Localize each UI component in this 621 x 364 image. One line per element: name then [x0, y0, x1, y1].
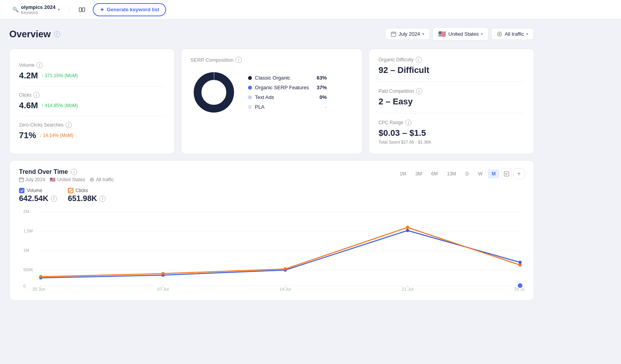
zero-value: 71% [19, 130, 36, 140]
svg-rect-2 [391, 32, 396, 36]
volume-info-icon[interactable]: i [36, 62, 43, 68]
svg-text:14 Jul: 14 Jul [279, 287, 291, 291]
svg-text:500K: 500K [23, 267, 33, 272]
page-header: Overview i July 2024 ▾ 🇺🇸 United States … [9, 27, 534, 41]
volume-legend-text: Volume [27, 188, 42, 193]
classic-organic-pct: 63% [317, 75, 327, 81]
date-chevron-icon: ▾ [422, 32, 424, 36]
cpc-range-section: CPC Range i $0.03 – $1.5 Total Spent $27… [378, 120, 524, 144]
clicks-metric: Clicks i 4.6M ↑ 414.85% (MoM) [19, 87, 165, 116]
cpc-info-icon[interactable]: i [405, 120, 411, 126]
svg-rect-9 [19, 178, 24, 182]
clicks-trend-info-icon[interactable]: i [99, 196, 106, 202]
page-content: Overview i July 2024 ▾ 🇺🇸 United States … [0, 19, 543, 309]
svg-point-11 [92, 179, 93, 180]
trend-chart-area: 2M 1.5M 1M 500K 0 30 Jun 07 Jul [19, 206, 524, 293]
legend-pla: PLA - [248, 104, 327, 110]
svg-rect-1 [82, 8, 85, 12]
text-ads-pct: 0% [319, 94, 327, 100]
generate-keyword-button[interactable]: ✦ Generate keyword list [93, 3, 166, 16]
organic-features-label: Organic SERP Features [255, 85, 309, 90]
serp-info-icon[interactable]: i [236, 57, 242, 63]
zero-info-icon[interactable]: i [66, 122, 72, 128]
svg-point-4 [499, 33, 500, 35]
svg-point-45 [519, 261, 522, 264]
time-btn-6m[interactable]: 6M [427, 169, 442, 179]
trend-traffic: All traffic [90, 177, 114, 182]
metrics-cards-row: Volume i 4.2M ↑ 371.16% (MoM) Clicks i 4… [9, 49, 534, 154]
traffic-chevron-icon: ▾ [526, 32, 528, 36]
svg-point-44 [519, 263, 522, 267]
clicks-checkbox[interactable] [68, 188, 73, 193]
cpc-range-label: CPC Range [378, 120, 403, 125]
clicks-legend-label: Clicks [68, 188, 106, 193]
organic-diff-info-icon[interactable]: i [416, 57, 422, 63]
header-controls: July 2024 ▾ 🇺🇸 United States ▾ All traff… [385, 27, 534, 41]
volume-legend-label: Volume [19, 188, 57, 193]
trend-info-icon[interactable]: i [71, 169, 77, 175]
svg-rect-12 [504, 172, 509, 176]
clicks-value: 4.6M [19, 101, 38, 111]
paid-competition-value: 2 – Easy [378, 97, 524, 107]
cpc-range-value: $0.03 – $1.5 [378, 128, 524, 138]
trend-country-label: United States [57, 177, 85, 182]
paid-comp-info-icon[interactable]: i [416, 88, 422, 94]
keyword-selector[interactable]: 🔍 olympics 2024 Keyword ▾ [9, 3, 63, 16]
trend-country: 🇺🇸 United States [50, 177, 85, 182]
paid-competition-section: Paid Competition i 2 – Easy [378, 88, 524, 113]
volume-checkbox[interactable] [19, 188, 24, 193]
generate-btn-label: Generate keyword list [107, 7, 159, 12]
svg-point-3 [498, 32, 502, 36]
organic-features-dot [248, 86, 252, 90]
volume-metric: Volume i 4.2M ↑ 371.16% (MoM) [19, 57, 165, 87]
chevron-down-icon: ▾ [58, 7, 60, 12]
svg-text:1M: 1M [23, 248, 29, 253]
compare-icon[interactable] [76, 3, 88, 16]
add-metric-icon[interactable]: + [513, 168, 524, 179]
time-btn-1m[interactable]: 1M [396, 169, 410, 179]
serp-legend: Classic Organic 63% Organic SERP Feature… [248, 75, 327, 110]
date-filter-button[interactable]: July 2024 ▾ [385, 28, 430, 40]
svg-point-38 [406, 229, 409, 232]
clicks-info-icon[interactable]: i [33, 92, 40, 98]
text-ads-dot [248, 95, 252, 99]
time-btn-m[interactable]: M [488, 169, 500, 179]
time-btn-w[interactable]: W [474, 169, 486, 179]
time-btn-13m[interactable]: 13M [443, 169, 460, 179]
plus-icon: + [517, 170, 520, 177]
magic-icon: ✦ [100, 7, 104, 13]
time-btn-3m[interactable]: 3M [411, 169, 426, 179]
clicks-legend-text: Clicks [76, 188, 88, 193]
trend-title-label: Trend Over Time [19, 168, 68, 175]
overview-info-icon[interactable]: i [54, 31, 60, 37]
svg-rect-0 [79, 8, 82, 12]
clicks-change: ↑ 414.85% (MoM) [41, 103, 78, 108]
classic-organic-dot [248, 76, 252, 80]
volume-change: ↑ 371.16% (MoM) [41, 73, 78, 78]
svg-point-8 [202, 81, 226, 104]
legend-text-ads: Text Ads 0% [248, 94, 327, 100]
organic-features-pct: 37% [317, 85, 327, 90]
country-label: United States [448, 31, 479, 37]
zero-change: ↓ 14.14% (MoM) [39, 133, 73, 138]
clicks-label: Clicks [19, 92, 31, 98]
time-controls: 1M 3M 6M 13M D W M + [396, 168, 524, 179]
organic-difficulty-section: Organic Difficulty i 92 – Difficult [378, 57, 524, 82]
excel-export-icon[interactable] [501, 168, 512, 179]
volume-trend-info-icon[interactable]: i [51, 196, 57, 202]
pla-dash: - [325, 104, 327, 110]
country-filter-button[interactable]: 🇺🇸 United States ▾ [432, 27, 489, 41]
svg-text:1.5M: 1.5M [23, 229, 33, 233]
keyword-name: olympics 2024 [21, 4, 56, 10]
topbar: 🔍 olympics 2024 Keyword ▾ ✦ Generate key… [0, 0, 621, 19]
traffic-filter-button[interactable]: All traffic ▾ [491, 28, 534, 40]
serp-composition-card: SERP Composition i [181, 49, 363, 154]
volume-metrics-card: Volume i 4.2M ↑ 371.16% (MoM) Clicks i 4… [9, 49, 175, 154]
serp-donut-chart [191, 69, 237, 116]
time-btn-d[interactable]: D [461, 169, 473, 179]
svg-text:21 Jul: 21 Jul [402, 287, 413, 291]
svg-point-42 [406, 226, 409, 229]
trend-date: July 2024 [19, 177, 45, 182]
volume-label: Volume [19, 62, 35, 68]
svg-text:07 Jul: 07 Jul [157, 287, 168, 291]
